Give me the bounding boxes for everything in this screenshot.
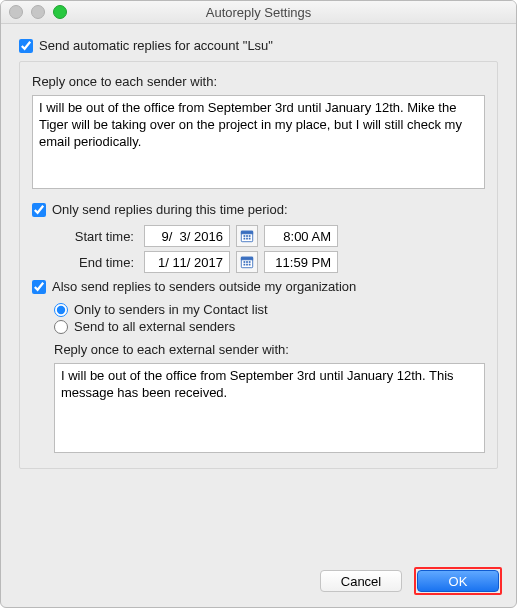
calendar-icon (240, 255, 254, 269)
external-reply-textarea[interactable] (54, 363, 485, 453)
start-date-field[interactable] (144, 225, 230, 247)
time-period-checkbox[interactable] (32, 203, 46, 217)
all-external-radio[interactable] (54, 320, 68, 334)
svg-rect-9 (241, 257, 252, 260)
svg-rect-5 (244, 238, 246, 240)
ok-button-highlight: OK (414, 567, 502, 595)
minimize-icon[interactable] (31, 5, 45, 19)
titlebar: Autoreply Settings (1, 1, 516, 24)
window-title: Autoreply Settings (1, 5, 516, 20)
end-date-picker-button[interactable] (236, 251, 258, 273)
only-contacts-radio[interactable] (54, 303, 68, 317)
svg-rect-1 (241, 231, 252, 234)
start-date-picker-button[interactable] (236, 225, 258, 247)
only-contacts-label[interactable]: Only to senders in my Contact list (74, 302, 268, 317)
svg-rect-13 (244, 264, 246, 266)
end-date-field[interactable] (144, 251, 230, 273)
all-external-label[interactable]: Send to all external senders (74, 319, 235, 334)
end-time-label: End time: (54, 255, 138, 270)
external-senders-checkbox[interactable] (32, 280, 46, 294)
svg-rect-4 (249, 235, 251, 237)
svg-rect-14 (246, 264, 248, 266)
autoreply-settings-window: Autoreply Settings Send automatic replie… (0, 0, 517, 608)
svg-rect-3 (246, 235, 248, 237)
cancel-button[interactable]: Cancel (320, 570, 402, 592)
external-senders-label[interactable]: Also send replies to senders outside my … (52, 279, 356, 294)
send-automatic-replies-label[interactable]: Send automatic replies for account "Lsu" (39, 38, 273, 53)
time-period-label[interactable]: Only send replies during this time perio… (52, 202, 288, 217)
close-icon[interactable] (9, 5, 23, 19)
internal-reply-label: Reply once to each sender with: (32, 74, 485, 89)
external-reply-label: Reply once to each external sender with: (54, 342, 485, 357)
send-automatic-replies-checkbox[interactable] (19, 39, 33, 53)
svg-rect-6 (246, 238, 248, 240)
svg-rect-12 (249, 261, 251, 263)
internal-reply-textarea[interactable] (32, 95, 485, 189)
window-controls (9, 5, 67, 19)
svg-rect-7 (249, 238, 251, 240)
end-time-field[interactable] (264, 251, 338, 273)
calendar-icon (240, 229, 254, 243)
start-time-field[interactable] (264, 225, 338, 247)
ok-button[interactable]: OK (417, 570, 499, 592)
svg-rect-2 (244, 235, 246, 237)
svg-rect-15 (249, 264, 251, 266)
svg-rect-10 (244, 261, 246, 263)
start-time-label: Start time: (54, 229, 138, 244)
settings-panel: Reply once to each sender with: Only sen… (19, 61, 498, 469)
zoom-icon[interactable] (53, 5, 67, 19)
svg-rect-11 (246, 261, 248, 263)
